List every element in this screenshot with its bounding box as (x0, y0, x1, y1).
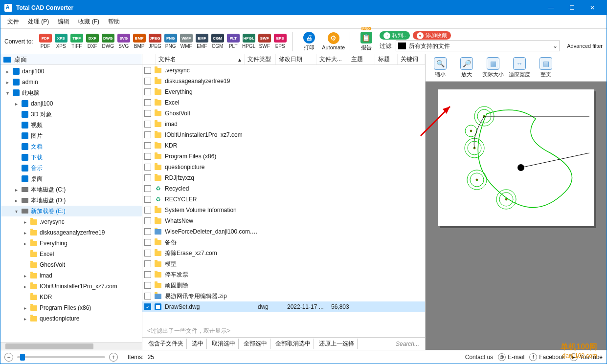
column-header[interactable]: 文件大... (316, 54, 348, 64)
tree-node[interactable]: ▸questionpicture (1, 313, 142, 324)
youtube-link[interactable]: ▶YouTube (570, 353, 603, 361)
tree-node[interactable]: ▸本地磁盘 (D:) (1, 195, 142, 206)
tree-node[interactable]: 3D 对象 (1, 109, 142, 120)
format-dwg[interactable]: DWGDWG (101, 34, 115, 49)
facebook-link[interactable]: fFacebook (529, 353, 565, 361)
tree-node[interactable]: 图片 (1, 130, 142, 141)
menu-item[interactable]: 处理 (P) (24, 16, 53, 27)
preview-tool-0[interactable]: 🔍缩小 (427, 56, 453, 79)
expand-icon[interactable]: ▸ (13, 198, 19, 203)
format-eps[interactable]: EPSEPS (273, 34, 288, 49)
tree-node[interactable]: 音乐 (1, 163, 142, 173)
expand-icon[interactable]: ▸ (22, 219, 28, 225)
format-dxf[interactable]: DXFDXF (85, 34, 100, 49)
row-checkbox[interactable] (144, 185, 151, 192)
file-row[interactable]: ✓DrawSet.dwgdwg2022-11-17 ...56,803 (142, 301, 425, 312)
file-row[interactable]: KDR (142, 140, 425, 151)
preview-tool-1[interactable]: 🔎放大 (454, 56, 479, 79)
format-xps[interactable]: XPSXPS (54, 34, 68, 49)
expand-icon[interactable]: ▸ (13, 101, 19, 107)
expand-icon[interactable]: ▾ (13, 209, 19, 214)
row-checkbox[interactable]: ✓ (144, 303, 151, 310)
row-checkbox[interactable] (144, 99, 151, 106)
row-checkbox[interactable] (144, 153, 151, 160)
tree-node[interactable]: ▸imad (1, 270, 142, 281)
file-row[interactable]: 擦除Erase_xz7.com (142, 248, 425, 258)
file-list[interactable]: .verysyncdiskusageanalyzerfree19Everythi… (142, 65, 425, 325)
tree-header[interactable]: 桌面 (0, 54, 142, 65)
uncheck-button[interactable]: 取消选中 (209, 339, 239, 349)
expand-icon[interactable]: ▸ (4, 80, 10, 85)
row-checkbox[interactable] (144, 207, 151, 214)
tree-node[interactable]: ▸admin (1, 77, 142, 87)
file-row[interactable]: System Volume Information (142, 205, 425, 215)
row-checkbox[interactable] (144, 142, 151, 149)
column-header[interactable]: 关键词 (398, 54, 425, 64)
file-list-header[interactable]: 文件名▴文件类型修改日期文件大...主题标题关键词 (142, 54, 425, 65)
minimize-button[interactable]: — (541, 0, 562, 15)
expand-icon[interactable]: ▸ (22, 230, 28, 236)
advanced-filter-link[interactable]: Advanced filter (567, 43, 603, 49)
tree-node[interactable]: ▸本地磁盘 (C:) (1, 184, 142, 195)
column-header[interactable]: 标题 (375, 54, 398, 64)
file-row[interactable]: WhatsNew (142, 215, 425, 226)
tree-node[interactable]: ▸.verysync (1, 216, 142, 227)
format-svg[interactable]: SVGSVG (116, 34, 131, 49)
maximize-button[interactable]: ☐ (562, 0, 582, 15)
close-button[interactable]: ✕ (582, 0, 603, 15)
format-wmf[interactable]: WMFWMF (179, 34, 194, 49)
format-jpeg[interactable]: JPEGJPEG (148, 34, 162, 49)
row-checkbox[interactable] (144, 217, 151, 224)
file-row[interactable]: IObitUninstaller1Pro_xz7.com (142, 129, 425, 140)
file-row[interactable]: RDJjfzyxzq (142, 172, 425, 183)
preview-tool-4[interactable]: ▤整页 (533, 56, 559, 79)
add-favorite-button[interactable]: ♥ 添加收藏 (413, 31, 451, 40)
row-checkbox[interactable] (144, 174, 151, 181)
file-row[interactable]: 停车发票 (142, 269, 425, 280)
preview-canvas[interactable] (438, 89, 594, 226)
tree-node[interactable]: 下载 (1, 152, 142, 163)
print-button[interactable]: 🖨 打印 (298, 31, 320, 52)
tree-node[interactable]: ▾新加载卷 (E:) (1, 206, 142, 216)
file-row[interactable]: Excel (142, 97, 425, 108)
row-checkbox[interactable] (144, 110, 151, 117)
preview-tool-3[interactable]: ↔适应宽度 (507, 56, 532, 79)
tree-node[interactable]: ▸diskusageanalyzerfree19 (1, 227, 142, 238)
row-checkbox[interactable] (144, 282, 151, 289)
email-link[interactable]: @E-mail (498, 353, 524, 361)
automate-button[interactable]: ⚙ Automate (322, 31, 345, 51)
uncheck-all-button[interactable]: 全部取消选中 (272, 339, 314, 349)
tree-node[interactable]: GhostVolt (1, 259, 142, 270)
row-checkbox[interactable] (144, 271, 151, 278)
file-row[interactable]: 顽固删除 (142, 280, 425, 291)
column-header[interactable]: 文件类型 (245, 54, 276, 64)
column-header[interactable]: 主题 (348, 54, 376, 64)
expand-icon[interactable]: ▸ (22, 305, 28, 311)
format-swf[interactable]: SWFSWF (257, 34, 272, 49)
format-tiff[interactable]: TIFFTIFF (69, 34, 84, 49)
check-button[interactable]: 选中 (189, 339, 207, 349)
format-emf[interactable]: EMFEMF (195, 34, 209, 49)
row-checkbox[interactable] (144, 121, 151, 128)
row-checkbox[interactable] (144, 88, 151, 95)
search-input[interactable]: Search... (393, 340, 422, 348)
expand-icon[interactable]: ▸ (22, 284, 28, 289)
column-header[interactable]: 修改日期 (276, 54, 316, 64)
row-checkbox[interactable] (144, 239, 151, 246)
tree-node[interactable]: 视频 (1, 120, 142, 130)
row-checkbox[interactable] (144, 78, 151, 85)
tree-node[interactable]: ▸danji100 (1, 66, 142, 77)
expand-icon[interactable]: ▸ (22, 273, 28, 278)
expand-icon[interactable]: ▾ (4, 90, 10, 96)
zoom-out-button[interactable]: − (4, 353, 13, 362)
format-png[interactable]: PNGPNG (163, 34, 178, 49)
undo-selection-button[interactable]: 还原上一选择 (316, 339, 358, 349)
file-row[interactable]: Everything (142, 86, 425, 97)
expand-icon[interactable]: ▸ (4, 69, 10, 74)
format-plt[interactable]: PLTPLT (226, 34, 241, 49)
report-button[interactable]: PRO 📋 报告 (355, 31, 378, 52)
file-row[interactable]: Program Files (x86) (142, 151, 425, 162)
column-header[interactable]: 文件名▴ (156, 54, 245, 64)
file-row[interactable]: .verysync (142, 65, 425, 76)
zoom-slider[interactable] (17, 356, 105, 358)
